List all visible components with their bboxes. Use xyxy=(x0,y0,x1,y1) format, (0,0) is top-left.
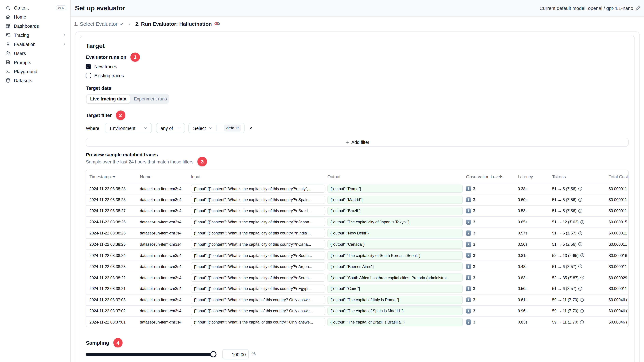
sidebar-item-dashboards[interactable]: Dashboards xyxy=(0,21,70,30)
output-json-box[interactable]: {"output":"Canada"} xyxy=(328,240,463,248)
column-header-timestamp[interactable]: Timestamp xyxy=(86,174,137,179)
cell-timestamp: 2024-11-22 03:38:27 xyxy=(86,209,137,213)
info-emoji-icon: i xyxy=(466,242,471,247)
sampling-slider-track[interactable] xyxy=(86,353,213,356)
input-json-box[interactable]: {"input":[{"content":"What is the capita… xyxy=(191,273,326,282)
output-json-box[interactable]: {"output":"Brazil"} xyxy=(328,207,463,215)
step-select-evaluator[interactable]: 1. Select Evaluator xyxy=(74,21,118,27)
new-traces-option[interactable]: New traces xyxy=(86,64,629,69)
output-json-box[interactable]: {"output":"Buenos Aires"} xyxy=(328,262,463,271)
table-row[interactable]: 2024-11-22 03:37:02dataset-run-item-cm3s… xyxy=(86,305,628,316)
tab-live-tracing-data[interactable]: Live tracing data xyxy=(86,94,130,103)
table-row[interactable]: 2024-11-22 03:38:25dataset-run-item-cm3s… xyxy=(86,238,628,249)
new-traces-checkbox[interactable] xyxy=(86,64,91,69)
column-header-latency: Latency xyxy=(518,174,552,179)
table-row[interactable]: 2024-11-22 03:37:03dataset-run-item-cm3s… xyxy=(86,294,628,305)
cell-output: {"output":"Madrid"} xyxy=(328,195,466,204)
output-json-box[interactable]: {"output":"The capital of Brazil is Bras… xyxy=(328,318,463,326)
table-row[interactable]: 2024-11-22 03:38:23dataset-run-item-cm3s… xyxy=(86,261,628,272)
cell-name: dataset-run-item-cm3s4 xyxy=(137,209,188,213)
sampling-slider-row: 100.00 % xyxy=(86,350,629,360)
filter-value-select[interactable]: Select default xyxy=(188,123,245,133)
sidebar-item-playground[interactable]: Playground xyxy=(0,67,70,76)
check-icon xyxy=(120,22,124,26)
tab-experiment-runs[interactable]: Experiment runs xyxy=(130,94,171,103)
cell-timestamp: 2024-11-22 03:38:22 xyxy=(86,275,137,280)
edit-pencil-icon[interactable] xyxy=(636,6,640,10)
input-json-box[interactable]: {"input":[{"content":"What is the capita… xyxy=(191,184,326,193)
output-json-box[interactable]: {"output":"Rome"} xyxy=(328,184,463,193)
info-emoji-icon: i xyxy=(466,220,471,225)
input-json-box[interactable]: {"input":[{"content":"What is the capita… xyxy=(191,218,326,226)
output-json-box[interactable]: {"output":"The capital city of Japan is … xyxy=(328,218,463,226)
info-icon xyxy=(580,220,584,224)
output-json-box[interactable]: {"output":"The capital of Spain is Madri… xyxy=(328,307,463,315)
sidebar-item-datasets[interactable]: Datasets xyxy=(0,76,70,85)
output-json-box[interactable]: {"output":"New Delhi"} xyxy=(328,229,463,237)
output-json-box[interactable]: {"output":"Cairo"} xyxy=(328,284,463,293)
table-row[interactable]: 2024-11-22 03:38:26dataset-run-item-cm3s… xyxy=(86,227,628,238)
filter-column-select[interactable]: Environment xyxy=(104,123,152,133)
sidebar-item-users[interactable]: Users xyxy=(0,49,70,58)
cell-observation-levels: i3 xyxy=(466,320,518,325)
info-icon xyxy=(578,209,582,213)
remove-filter-icon[interactable] xyxy=(249,126,253,130)
table-row[interactable]: 2024-11-22 03:38:28dataset-run-item-cm3s… xyxy=(86,194,628,205)
annotation-badge-2: 2 xyxy=(116,110,125,120)
cell-observation-levels: i3 xyxy=(466,231,518,236)
info-emoji-icon: i xyxy=(466,208,471,214)
output-json-box[interactable]: {"output":"South Africa has three capita… xyxy=(328,273,463,282)
table-row[interactable]: 2024-11-22 03:38:24dataset-run-item-cm3s… xyxy=(86,250,628,261)
annotation-badge-3: 3 xyxy=(198,157,207,166)
sidebar-item-tracing[interactable]: Tracing xyxy=(0,31,70,40)
sidebar-item-label: Tracing xyxy=(14,33,29,38)
table-row[interactable]: 2024-11-22 03:38:22dataset-run-item-cm3s… xyxy=(86,272,628,283)
existing-traces-checkbox[interactable] xyxy=(86,73,91,78)
cell-total-cost: $0.000011 ( xyxy=(608,286,629,291)
input-json-box[interactable]: {"input":[{"content":"What is the capita… xyxy=(191,307,326,315)
input-json-box[interactable]: {"input":[{"content":"What is the capita… xyxy=(191,296,326,304)
table-row[interactable]: 2024-11-22 03:38:28dataset-run-item-cm3s… xyxy=(86,183,628,194)
preview-subtitle: Sample over the last 24 hours that match… xyxy=(86,159,193,164)
info-icon xyxy=(580,253,584,257)
cell-input: {"input":[{"content":"What is the capita… xyxy=(188,318,328,326)
output-json-box[interactable]: {"output":"The capital of Italy is Rome.… xyxy=(328,296,463,304)
input-json-box[interactable]: {"input":[{"content":"What is the capita… xyxy=(191,240,326,248)
cell-output: {"output":"Buenos Aires"} xyxy=(328,262,466,271)
sidebar-item-evaluation[interactable]: Evaluation xyxy=(0,40,70,49)
cell-total-cost: $0.00046 ( xyxy=(608,320,629,324)
filter-operator-select[interactable]: any of xyxy=(156,123,185,133)
sidebar-item-home[interactable]: Home xyxy=(0,12,70,21)
chevron-right-icon xyxy=(62,42,66,46)
sidebar-goto[interactable]: Go to... ⌘ K xyxy=(0,3,70,12)
input-json-box[interactable]: {"input":[{"content":"What is the capita… xyxy=(191,318,326,326)
home-icon xyxy=(6,15,10,19)
table-row[interactable]: 2024-11-22 03:38:21dataset-run-item-cm3s… xyxy=(86,283,628,294)
sampling-slider-thumb[interactable] xyxy=(210,352,216,358)
output-json-box[interactable]: {"output":"The capital city of South Kor… xyxy=(328,251,463,260)
sidebar-item-prompts[interactable]: Prompts xyxy=(0,58,70,67)
table-body: 2024-11-22 03:38:28dataset-run-item-cm3s… xyxy=(86,183,628,327)
cell-name: dataset-run-item-cm3s4 xyxy=(137,231,188,236)
input-json-box[interactable]: {"input":[{"content":"What is the capita… xyxy=(191,251,326,260)
table-row[interactable]: 2024-11-22 03:37:01dataset-run-item-cm3s… xyxy=(86,316,628,327)
table-row[interactable]: 2024-11-22 03:38:27dataset-run-item-cm3s… xyxy=(86,205,628,216)
cell-tokens: 52 → 35 (Σ 87) xyxy=(552,275,609,280)
cell-total-cost: $0.000015 xyxy=(608,220,629,224)
input-json-box[interactable]: {"input":[{"content":"What is the capita… xyxy=(191,284,326,293)
input-json-box[interactable]: {"input":[{"content":"What is the capita… xyxy=(191,195,326,204)
topbar: Set up evaluator Current default model: … xyxy=(71,0,644,16)
existing-traces-option[interactable]: Existing traces xyxy=(86,73,629,78)
search-icon xyxy=(6,5,10,10)
add-filter-button[interactable]: Add filter xyxy=(86,138,629,147)
chevron-down-icon xyxy=(177,126,181,130)
info-icon xyxy=(578,198,582,202)
output-json-box[interactable]: {"output":"Madrid"} xyxy=(328,195,463,204)
annotation-badge-1: 1 xyxy=(130,52,140,62)
sampling-percent-input[interactable]: 100.00 xyxy=(222,350,249,360)
input-json-box[interactable]: {"input":[{"content":"What is the capita… xyxy=(191,262,326,271)
table-row[interactable]: 2024-11-22 03:38:26dataset-run-item-cm3s… xyxy=(86,216,628,227)
input-json-box[interactable]: {"input":[{"content":"What is the capita… xyxy=(191,229,326,237)
playground-icon xyxy=(6,69,10,74)
input-json-box[interactable]: {"input":[{"content":"What is the capita… xyxy=(191,207,326,215)
